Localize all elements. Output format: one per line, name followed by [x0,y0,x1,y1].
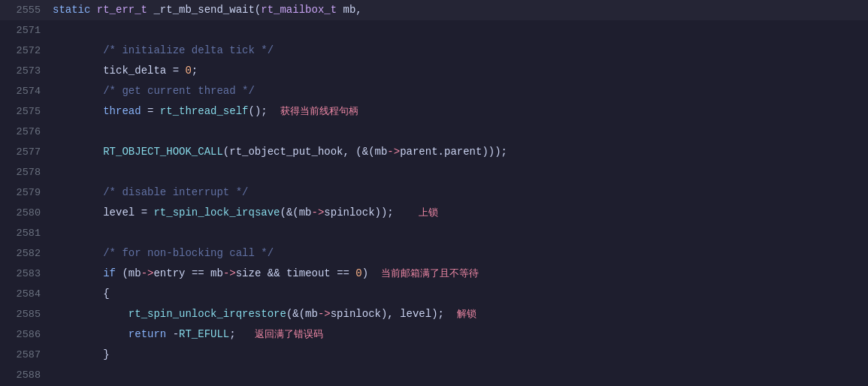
code-line: 2587 } [0,345,868,365]
token [53,247,103,259]
token [53,267,103,279]
token: tick_delta [103,65,166,77]
code-line: 2572 /* initialize delta tick */ [0,41,868,61]
token [53,146,103,158]
code-line: 2581 [0,223,868,243]
code-line: 2579 /* disable interrupt */ [0,182,868,203]
line-number: 2583 [0,264,53,284]
token [53,207,103,219]
token: /* get current thread */ [103,85,255,97]
token [53,65,103,77]
code-line: 2576 [0,122,868,142]
code-line: 2585 rt_spin_unlock_irqrestore(&(mb->spi… [0,304,868,324]
token: ))); [482,146,507,158]
token: return [129,328,166,340]
token: timeout [286,267,331,279]
line-content [53,20,868,40]
token: - [166,328,179,340]
token: rt_thread_self [160,105,249,117]
line-content: /* disable interrupt */ [53,182,868,202]
line-number: 2555 [0,1,53,20]
line-number: 2571 [0,21,53,41]
code-line: 2588 [0,365,868,385]
token: ( [223,146,229,158]
token: ), level); [381,308,457,320]
token: 获得当前线程句柄 [280,106,358,117]
token: = [166,65,185,77]
line-number: 2580 [0,204,53,223]
line-number: 2585 [0,305,53,324]
token: ( [116,267,129,279]
token: rt_object_put_hook [229,146,343,158]
token: )); [375,207,419,219]
token: ( [299,308,305,320]
token: { [103,288,109,300]
line-number: 2574 [0,82,53,101]
code-line: 2578 [0,162,868,182]
token [53,105,103,117]
token: ; [192,65,198,77]
token: rt_spin_lock_irqsave [153,207,280,219]
token [53,348,103,360]
token [53,186,103,198]
token: thread [103,105,141,117]
token: RT_EFULL [179,328,229,340]
line-number: 2584 [0,285,53,304]
code-line: 2584 { [0,284,868,304]
line-number: 2582 [0,244,53,264]
token: ( [368,146,374,158]
token: } [103,348,109,360]
token: . [438,146,444,158]
line-number: 2586 [0,325,53,345]
token: static [53,4,97,16]
code-line: 2574 /* get current thread */ [0,81,868,101]
line-content [53,223,868,243]
line-number: 2572 [0,41,53,61]
line-number: 2579 [0,183,53,203]
line-content: /* get current thread */ [53,81,868,101]
code-line: 2583 if (mb->entry == mb->size && timeou… [0,264,868,284]
token [53,85,103,97]
code-line: 2582 /* for non-blocking call */ [0,243,868,264]
line-content: { [53,284,868,303]
token: rt_spin_unlock_irqrestore [129,308,286,320]
token: mb, [337,4,362,16]
code-line: 2575 thread = rt_thread_self(); 获得当前线程句柄 [0,101,868,122]
token: spinlock [331,308,381,320]
line-number: 2575 [0,102,53,122]
token [53,328,129,340]
token: = [141,105,160,117]
token: 0 [355,267,361,279]
token: spinlock [324,207,374,219]
token: ; [229,328,255,340]
token: rt_mailbox_t [261,4,337,16]
token: parent [444,146,482,158]
token: level [103,207,135,219]
token: /* for non-blocking call */ [103,247,274,259]
code-line: 2571 [0,20,868,41]
token: _rt_mb_send_wait( [147,4,261,16]
code-editor: 2555static rt_err_t _rt_mb_send_wait(rt_… [0,0,868,386]
token: 解锁 [457,309,476,320]
token: == [185,267,210,279]
token: ( [280,207,286,219]
token: mb [299,207,312,219]
code-line: 2580 level = rt_spin_lock_irqsave(&(mb->… [0,203,868,223]
token: -> [141,267,154,279]
line-content: thread = rt_thread_self(); 获得当前线程句柄 [53,101,868,122]
line-content: rt_spin_unlock_irqrestore(&(mb->spinlock… [53,304,868,324]
token: /* disable interrupt */ [103,186,248,198]
token: mb [375,146,388,158]
token [53,44,103,56]
line-content [53,162,868,182]
token: , ( [343,146,362,158]
token: ) [362,267,381,279]
token: -> [318,308,331,320]
line-number: 2578 [0,163,53,182]
token: RT_OBJECT_HOOK_CALL [103,146,223,158]
line-number: 2588 [0,366,53,385]
token: ( [292,207,298,219]
token: & [292,308,298,320]
line-number: 2581 [0,224,53,243]
token: && [261,267,286,279]
